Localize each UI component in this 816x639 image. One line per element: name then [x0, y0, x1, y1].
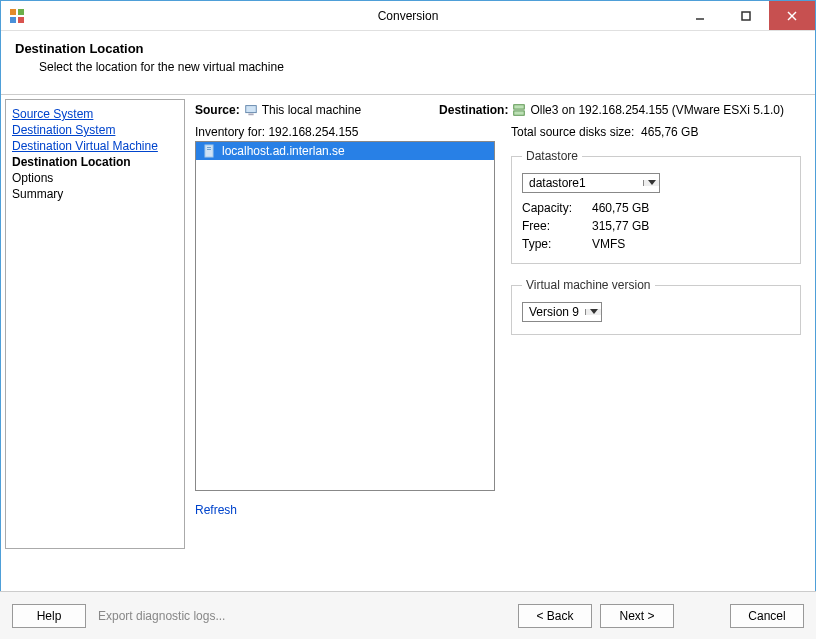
datastore-legend: Datastore: [522, 149, 582, 163]
datastore-selected: datastore1: [523, 176, 643, 190]
chevron-down-icon: [643, 180, 659, 186]
destination-value: Olle3 on 192.168.254.155 (VMware ESXi 5.…: [530, 103, 784, 117]
wizard-header: Destination Location Select the location…: [1, 31, 815, 95]
svg-marker-16: [590, 309, 598, 314]
inventory-tree[interactable]: localhost.ad.interlan.se: [195, 141, 495, 491]
datastore-select[interactable]: datastore1: [522, 173, 660, 193]
capacity-value: 460,75 GB: [592, 201, 790, 215]
svg-rect-2: [10, 17, 16, 23]
next-button[interactable]: Next >: [600, 604, 674, 628]
window-title: Conversion: [378, 9, 439, 23]
source-dest-row: Source: This local machine Destination: …: [195, 103, 801, 125]
svg-rect-5: [742, 12, 750, 20]
vm-version-group: Virtual machine version Version 9: [511, 278, 801, 335]
capacity-label: Capacity:: [522, 201, 592, 215]
tree-item-label: localhost.ad.interlan.se: [222, 144, 345, 158]
title-bar: Conversion: [1, 1, 815, 31]
total-source-disks: Total source disks size: 465,76 GB: [511, 125, 801, 139]
step-destination-location: Destination Location: [12, 154, 178, 170]
svg-marker-15: [648, 180, 656, 185]
inventory-for: Inventory for: 192.168.254.155: [195, 125, 495, 139]
vm-version-select[interactable]: Version 9: [522, 302, 602, 322]
datastore-details: Capacity: 460,75 GB Free: 315,77 GB Type…: [522, 201, 790, 251]
main-panel: Source: This local machine Destination: …: [185, 99, 811, 549]
step-destination-vm[interactable]: Destination Virtual Machine: [12, 138, 178, 154]
inventory-left: Inventory for: 192.168.254.155 localhost…: [195, 125, 495, 517]
free-label: Free:: [522, 219, 592, 233]
tree-item-host[interactable]: localhost.ad.interlan.se: [196, 142, 494, 160]
app-icon: [9, 8, 25, 24]
svg-rect-13: [207, 147, 211, 148]
datastore-group: Datastore datastore1 Capacity: 460,75 GB…: [511, 149, 801, 264]
window-controls: [677, 1, 815, 30]
svg-rect-12: [205, 145, 213, 157]
vm-version-selected: Version 9: [523, 305, 585, 319]
cancel-button[interactable]: Cancel: [730, 604, 804, 628]
svg-rect-11: [514, 111, 525, 115]
svg-rect-3: [18, 17, 24, 23]
free-value: 315,77 GB: [592, 219, 790, 233]
svg-rect-9: [248, 114, 253, 116]
svg-rect-10: [514, 105, 525, 109]
vm-version-legend: Virtual machine version: [522, 278, 655, 292]
svg-rect-1: [18, 9, 24, 15]
chevron-down-icon: [585, 309, 601, 315]
wizard-steps: Source System Destination System Destina…: [5, 99, 185, 549]
svg-rect-14: [207, 149, 211, 150]
help-button[interactable]: Help: [12, 604, 86, 628]
svg-rect-0: [10, 9, 16, 15]
back-button[interactable]: < Back: [518, 604, 592, 628]
step-source-system[interactable]: Source System: [12, 106, 178, 122]
server-icon: [512, 103, 526, 117]
export-logs-link[interactable]: Export diagnostic logs...: [98, 609, 225, 623]
step-summary: Summary: [12, 186, 178, 202]
source-value: This local machine: [262, 103, 361, 117]
source-label: Source:: [195, 103, 240, 117]
destination-label: Destination:: [439, 103, 508, 117]
minimize-button[interactable]: [677, 1, 723, 30]
wizard-footer: Help Export diagnostic logs... < Back Ne…: [0, 591, 816, 639]
inventory-row: Inventory for: 192.168.254.155 localhost…: [195, 125, 801, 517]
computer-icon: [244, 103, 258, 117]
type-label: Type:: [522, 237, 592, 251]
maximize-button[interactable]: [723, 1, 769, 30]
wizard-body: Source System Destination System Destina…: [1, 95, 815, 553]
type-value: VMFS: [592, 237, 790, 251]
refresh-link[interactable]: Refresh: [195, 503, 237, 517]
page-title: Destination Location: [15, 41, 801, 56]
inventory-right: Total source disks size: 465,76 GB Datas…: [507, 125, 801, 517]
page-subtitle: Select the location for the new virtual …: [39, 60, 801, 74]
close-button[interactable]: [769, 1, 815, 30]
svg-rect-8: [245, 106, 256, 113]
step-destination-system[interactable]: Destination System: [12, 122, 178, 138]
host-icon: [202, 144, 216, 158]
step-options: Options: [12, 170, 178, 186]
